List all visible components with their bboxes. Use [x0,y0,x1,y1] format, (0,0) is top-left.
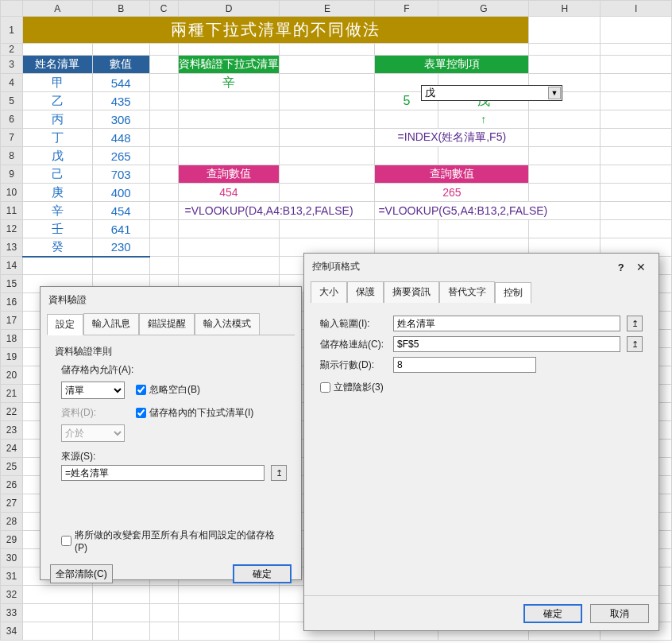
input-range-label: 輸入範圍(I): [320,317,387,331]
cell-A6[interactable]: 丙 [22,110,92,129]
cell-link-field[interactable] [393,336,620,352]
row-header-4[interactable]: 4 [1,74,23,92]
ignore-blank-checkbox[interactable]: 忽略空白(B) [136,383,200,397]
col-header-A[interactable]: A [22,1,92,17]
row-header-23[interactable]: 23 [1,421,23,440]
header-form-control: 表單控制項 [375,56,529,74]
row-header-25[interactable]: 25 [1,458,23,476]
cell-B10[interactable]: 400 [92,184,149,202]
cell-B11[interactable]: 454 [92,202,149,220]
col-header-G[interactable]: G [438,1,529,17]
apply-all-checkbox[interactable]: 將所做的改變套用至所有具有相同設定的儲存格(P) [61,529,287,553]
clear-all-button[interactable]: 全部清除(C) [50,564,113,583]
row-header-5[interactable]: 5 [1,92,23,110]
source-label: 來源(S): [61,450,287,463]
row-header-16[interactable]: 16 [1,293,23,312]
tab-properties[interactable]: 摘要資訊 [384,281,439,303]
input-range-field[interactable] [393,316,620,331]
cell-A13[interactable]: 癸 [22,238,92,257]
row-header-29[interactable]: 29 [1,531,23,549]
dv-selected-value[interactable]: 辛 [178,74,280,92]
chevron-down-icon[interactable]: ▼ [548,87,561,99]
tab-control[interactable]: 控制 [495,282,531,304]
cancel-button[interactable]: 取消 [590,604,649,623]
row-header-18[interactable]: 18 [1,330,23,348]
row-header-15[interactable]: 15 [1,275,23,293]
col-header-B[interactable]: B [92,1,149,17]
cell-B4[interactable]: 544 [92,74,149,92]
range-picker-icon-3[interactable]: ↥ [627,336,643,352]
row-header-11[interactable]: 11 [1,202,23,220]
lines-field[interactable] [393,357,536,373]
cell-A5[interactable]: 乙 [22,92,92,110]
range-picker-icon-2[interactable]: ↥ [627,316,643,331]
tab-protection[interactable]: 保護 [347,281,384,303]
cell-B5[interactable]: 435 [92,92,149,110]
row-header-13[interactable]: 13 [1,238,23,257]
cell-B7[interactable]: 448 [92,129,149,147]
cell-A10[interactable]: 庚 [22,184,92,202]
col-header-I[interactable]: I [601,1,672,17]
row-header-26[interactable]: 26 [1,476,23,494]
cell-B6[interactable]: 306 [92,110,149,129]
row-header-19[interactable]: 19 [1,348,23,366]
row-header-30[interactable]: 30 [1,549,23,567]
row-header-24[interactable]: 24 [1,440,23,458]
row-header-31[interactable]: 31 [1,567,23,586]
close-icon[interactable]: ✕ [631,261,651,273]
cell-A11[interactable]: 辛 [22,202,92,220]
row-header-6[interactable]: 6 [1,110,23,129]
cell-B9[interactable]: 703 [92,165,149,184]
row-header-21[interactable]: 21 [1,385,23,403]
row-header-8[interactable]: 8 [1,147,23,165]
cell-link-label: 儲存格連結(C): [320,338,387,351]
cell-A12[interactable]: 壬 [22,220,92,238]
row-header-32[interactable]: 32 [1,586,23,604]
row-header-33[interactable]: 33 [1,604,23,622]
vlookup1-result[interactable]: 454 [178,184,280,202]
col-header-H[interactable]: H [529,1,601,17]
row-header-1[interactable]: 1 [1,17,23,44]
row-header-12[interactable]: 12 [1,220,23,238]
col-header-F[interactable]: F [375,1,438,17]
cell-A9[interactable]: 己 [22,165,92,184]
help-icon[interactable]: ? [613,261,629,273]
tab-size[interactable]: 大小 [311,281,347,303]
source-input[interactable] [61,465,265,481]
ok-button-2[interactable]: 確定 [523,604,582,623]
row-header-27[interactable]: 27 [1,494,23,513]
cell-A7[interactable]: 丁 [22,129,92,147]
row-header-28[interactable]: 28 [1,513,23,531]
in-cell-dropdown-checkbox[interactable]: 儲存格內的下拉式清單(I) [136,406,253,420]
col-header-E[interactable]: E [280,1,375,17]
row-header-9[interactable]: 9 [1,165,23,184]
cell-A8[interactable]: 戊 [22,147,92,165]
row-header-17[interactable]: 17 [1,312,23,330]
vlookup2-result[interactable]: 265 [375,184,529,202]
row-header-22[interactable]: 22 [1,403,23,421]
tab-alt-text[interactable]: 替代文字 [439,281,495,303]
col-header-C[interactable]: C [149,1,178,17]
cell-A4[interactable]: 甲 [22,74,92,92]
tab-settings[interactable]: 設定 [47,314,83,335]
row-header-20[interactable]: 20 [1,366,23,385]
vlookup1-formula: =VLOOKUP(D4,A4:B13,2,FALSE) [178,202,375,220]
row-header-2[interactable]: 2 [1,44,23,56]
form-control-dropdown[interactable]: 戊 ▼ [421,85,562,101]
tab-input-message[interactable]: 輸入訊息 [83,313,139,335]
tab-ime-mode[interactable]: 輸入法模式 [195,313,260,335]
row-header-7[interactable]: 7 [1,129,23,147]
row-header-3[interactable]: 3 [1,56,23,74]
cell-B13[interactable]: 230 [92,238,149,257]
cell-B8[interactable]: 265 [92,147,149,165]
allow-select[interactable]: 清單 [61,382,125,399]
shadow-checkbox[interactable]: 立體陰影(3) [320,381,643,394]
row-header-14[interactable]: 14 [1,257,23,275]
tab-error-alert[interactable]: 錯誤提醒 [139,313,195,335]
row-header-10[interactable]: 10 [1,184,23,202]
ok-button[interactable]: 確定 [233,564,292,583]
range-picker-icon[interactable]: ↥ [271,465,287,481]
cell-B12[interactable]: 641 [92,220,149,238]
col-header-D[interactable]: D [178,1,280,17]
row-header-34[interactable]: 34 [1,622,23,641]
